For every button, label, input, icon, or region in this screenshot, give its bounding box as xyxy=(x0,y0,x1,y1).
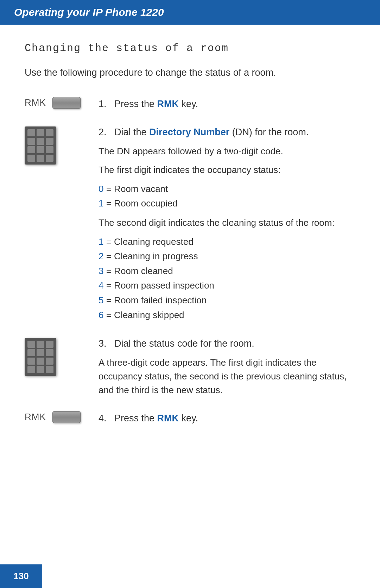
intro-text: Use the following procedure to change th… xyxy=(25,66,355,80)
cleaning-item-6: 6 = Cleaning skipped xyxy=(99,308,355,323)
step-2-detail-1: The DN appears followed by a two-digit c… xyxy=(99,144,355,158)
step-4-prefix: Press the xyxy=(114,413,157,423)
step-4-text: 4. Press the RMK key. xyxy=(99,411,355,426)
step-3-content: 3. Dial the status code for the room. A … xyxy=(95,336,355,397)
page-footer: 130 xyxy=(0,564,380,588)
section-title: Changing the status of a room xyxy=(25,42,355,54)
step-3-detail: A three-digit code appears. The first di… xyxy=(99,356,355,397)
page-content: Changing the status of a room Use the fo… xyxy=(0,25,380,475)
step-1-suffix: key. xyxy=(179,99,198,109)
occupancy-item-1: 1 = Room occupied xyxy=(99,196,355,211)
cleaning-item-5: 5 = Room failed inspection xyxy=(99,293,355,308)
keypad-icon-2 xyxy=(25,338,56,376)
step-4-content: 4. Press the RMK key. xyxy=(95,411,355,426)
step-3-icon-container xyxy=(25,336,95,376)
step-1-prefix: Press the xyxy=(114,99,157,109)
step-2-content: 2. Dial the Directory Number (DN) for th… xyxy=(95,125,355,322)
step-4-row: RMK 4. Press the RMK key. xyxy=(25,411,355,426)
step-1-content: 1. Press the RMK key. xyxy=(95,97,355,111)
step-2-detail-2: The first digit indicates the occupancy … xyxy=(99,163,355,177)
step-4-label: RMK xyxy=(25,411,46,422)
step-1-text: 1. Press the RMK key. xyxy=(99,97,355,111)
step-4-icon: RMK xyxy=(25,411,95,423)
step-4-suffix: key. xyxy=(179,413,198,423)
cleaning-item-4: 4 = Room passed inspection xyxy=(99,278,355,293)
cleaning-list: 1 = Cleaning requested 2 = Cleaning in p… xyxy=(99,235,355,323)
step-2-bold: Directory Number xyxy=(149,127,229,137)
step-1-row: RMK 1. Press the RMK key. xyxy=(25,97,355,111)
step-1-icon: RMK xyxy=(25,97,95,109)
step-2-row: 2. Dial the Directory Number (DN) for th… xyxy=(25,125,355,322)
step-2-text: 2. Dial the Directory Number (DN) for th… xyxy=(99,125,355,140)
step-2-icon-container xyxy=(25,125,95,165)
step-3-row: 3. Dial the status code for the room. A … xyxy=(25,336,355,397)
rmk-button-icon xyxy=(52,97,81,109)
cleaning-item-1: 1 = Cleaning requested xyxy=(99,235,355,249)
step-4-number: 4. xyxy=(99,413,112,423)
keypad-icon-1 xyxy=(25,126,56,165)
header-title: Operating your IP Phone 1220 xyxy=(14,6,164,18)
step-2-cleaning-intro: The second digit indicates the cleaning … xyxy=(99,216,355,230)
step-2-prefix: Dial the xyxy=(114,127,149,137)
rmk-button-2-icon xyxy=(52,411,81,423)
header-bar: Operating your IP Phone 1220 xyxy=(0,0,380,25)
step-1-label: RMK xyxy=(25,97,46,108)
step-2-suffix: (DN) for the room. xyxy=(229,127,309,137)
step-3-text: 3. Dial the status code for the room. xyxy=(99,336,355,351)
step-1-bold: RMK xyxy=(157,99,179,109)
step-1-number: 1. xyxy=(99,99,112,109)
occupancy-list: 0 = Room vacant 1 = Room occupied xyxy=(99,182,355,211)
cleaning-item-2: 2 = Cleaning in progress xyxy=(99,249,355,264)
step-3-main: Dial the status code for the room. xyxy=(114,338,254,349)
occupancy-item-0: 0 = Room vacant xyxy=(99,182,355,197)
page-number: 130 xyxy=(0,564,42,588)
step-3-number: 3. xyxy=(99,338,112,349)
cleaning-item-3: 3 = Room cleaned xyxy=(99,264,355,279)
step-4-bold: RMK xyxy=(157,413,179,423)
step-2-number: 2. xyxy=(99,127,112,137)
